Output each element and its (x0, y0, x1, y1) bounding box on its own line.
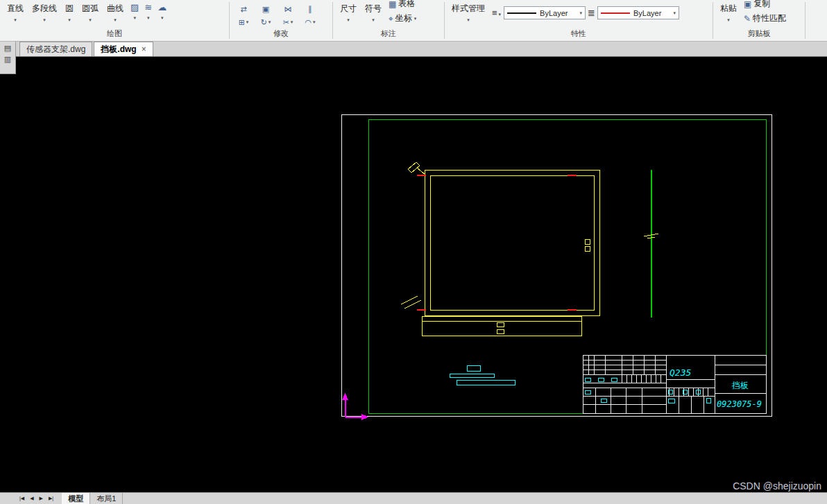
modify-tools: ⇄ ▣ ⋈ ∥ ⊞▾ ↻▾ ✂▾ ◠▾ (230, 0, 332, 28)
statusbar: |◀ ◀ ▶ ▶| 模型 布局1 (0, 492, 827, 504)
doc-tab-label: 挡板.dwg (101, 44, 136, 55)
model-tab[interactable]: 模型 (62, 493, 90, 504)
spline-button-label: 曲线 (107, 3, 123, 15)
chevron-down-icon[interactable]: ▾ (147, 15, 150, 21)
part-number-text[interactable]: 0923075-9 (717, 399, 762, 409)
table-button[interactable]: ▦ 表格 (386, 0, 419, 11)
multiline-icon: ≋ (144, 2, 152, 12)
annotate-tools: 尺寸 ▾ 符号 ▾ ▦ 表格 ⌖ 坐标 ▾ (333, 0, 444, 28)
part-name-text[interactable]: 挡板 (731, 381, 749, 390)
circle-button[interactable]: 圆 ▾ (61, 1, 78, 23)
corner-marks (417, 175, 577, 310)
trim-button[interactable]: ✂▾ (277, 15, 299, 28)
mirror-icon: ⋈ (284, 5, 292, 13)
close-icon[interactable]: × (142, 45, 146, 53)
chevron-down-icon[interactable]: ▾ (161, 15, 164, 21)
layout1-tab[interactable]: 布局1 (90, 493, 123, 504)
style-manager-button-label: 样式管理 (452, 3, 485, 15)
copy-icon: ▣ (262, 5, 269, 13)
multiline-button[interactable]: ≋ ▾ (142, 1, 155, 21)
sheet-last-icon[interactable]: ▶| (46, 496, 56, 501)
fillet-icon: ◠ (305, 18, 312, 26)
line-button[interactable]: 直线 ▾ (3, 1, 28, 23)
copy-clip-button[interactable]: ▣ 复制 (741, 0, 789, 11)
match-properties-button[interactable]: ✎ 特性匹配 (741, 11, 789, 26)
chevron-down-icon[interactable]: ▾ (499, 12, 502, 17)
dimension-button[interactable]: 尺寸 ▾ (336, 1, 361, 23)
rotate-button[interactable]: ↻▾ (255, 15, 277, 28)
clipboard-tools: 粘贴 ▾ ▣ 复制 ✎ 特性匹配 (713, 0, 805, 28)
ribbon-group-label-draw: 绘图 (0, 28, 229, 41)
move-button[interactable]: ⇄ (232, 2, 255, 15)
polyline-button-label: 多段线 (32, 3, 57, 15)
chevron-down-icon[interactable]: ▾ (43, 17, 46, 23)
chevron-down-icon[interactable]: ▾ (580, 10, 583, 16)
doc-tab-baffle[interactable]: 挡板.dwg × (94, 42, 153, 56)
spline-button[interactable]: 曲线 ▾ (103, 1, 128, 23)
chevron-down-icon[interactable]: ▾ (14, 17, 17, 23)
lineweight-button[interactable]: ≣ (586, 1, 597, 18)
front-view[interactable] (401, 162, 600, 316)
polyline-button[interactable]: 多段线 ▾ (28, 1, 61, 23)
chevron-down-icon[interactable]: ▾ (347, 17, 350, 23)
bottom-view[interactable] (423, 317, 582, 336)
revision-cloud-button[interactable]: ☁ ▾ (155, 1, 169, 21)
ribbon-separator (805, 2, 805, 39)
chevron-down-icon[interactable]: ▾ (372, 17, 375, 23)
color-value: ByLayer (633, 9, 673, 17)
symbol-button[interactable]: 符号 ▾ (361, 1, 386, 23)
sheet-prev-icon[interactable]: ◀ (27, 496, 36, 501)
ribbon-group-label-clipboard: 剪贴板 (713, 28, 805, 41)
chevron-down-icon[interactable]: ▾ (467, 17, 470, 23)
mirror-button[interactable]: ⋈ (277, 2, 299, 15)
style-manager-button[interactable]: 样式管理 ▾ (447, 1, 489, 23)
chevron-down-icon[interactable]: ▾ (268, 19, 271, 25)
chevron-down-icon[interactable]: ▾ (313, 19, 316, 25)
chevron-down-icon[interactable]: ▾ (133, 15, 136, 21)
annotation-boxes[interactable] (450, 366, 515, 385)
copy-clip-icon: ▣ (744, 0, 751, 9)
linetype-select[interactable]: ByLayer ▾ (504, 6, 586, 19)
properties-tools: 样式管理 ▾ ≡ ▾ ByLayer ▾ ≣ ByLayer ▾ (445, 0, 713, 28)
chevron-down-icon[interactable]: ▾ (89, 17, 92, 23)
chevron-down-icon[interactable]: ▾ (414, 16, 417, 21)
color-select[interactable]: ByLayer ▾ (597, 6, 679, 19)
layer-list-button[interactable]: ≡ ▾ (489, 1, 504, 18)
doc-tab-label: 传感器支架.dwg (26, 44, 85, 55)
offset-button[interactable]: ∥ (299, 2, 321, 15)
ribbon-group-annotate: 尺寸 ▾ 符号 ▾ ▦ 表格 ⌖ 坐标 ▾ 标注 (333, 0, 444, 41)
ribbon-group-properties: 样式管理 ▾ ≡ ▾ ByLayer ▾ ≣ ByLayer ▾ 特性 (445, 0, 713, 41)
sheet-frame-inner (369, 120, 767, 414)
palette-icon-bottom[interactable]: ▥ (4, 55, 11, 63)
doc-tab-sensor-bracket[interactable]: 传感器支架.dwg (19, 42, 92, 56)
paste-button[interactable]: 粘贴 ▾ (716, 1, 741, 23)
array-button[interactable]: ⊞▾ (232, 15, 255, 28)
trim-icon: ✂ (283, 18, 289, 26)
sheet-tabs: 模型 布局1 (62, 493, 123, 504)
draw-tools: 直线 ▾ 多段线 ▾ 圆 ▾ 圆弧 ▾ 曲线 ▾ ▨ ▾ (0, 0, 229, 28)
chevron-down-icon[interactable]: ▾ (114, 17, 117, 23)
drawing-svg[interactable]: Q235 挡板 0923075-9 (0, 57, 827, 492)
chevron-down-icon[interactable]: ▾ (291, 19, 293, 25)
coordinate-button[interactable]: ⌖ 坐标 ▾ (386, 11, 419, 26)
lineweight-icon: ≣ (588, 8, 595, 18)
palette-icon-top[interactable]: ▤ (4, 44, 11, 52)
copy-button[interactable]: ▣ (255, 2, 277, 15)
sheet-next-icon[interactable]: ▶ (37, 496, 46, 501)
chevron-down-icon[interactable]: ▾ (68, 17, 71, 23)
layer-list-icon: ≡ (492, 8, 497, 18)
coordinate-button-label: 坐标 (395, 12, 412, 24)
chevron-down-icon[interactable]: ▾ (246, 19, 249, 25)
symbol-button-label: 符号 (365, 3, 382, 15)
linetype-swatch-line (507, 12, 536, 14)
arc-button[interactable]: 圆弧 ▾ (78, 1, 103, 23)
fillet-button[interactable]: ◠▾ (299, 15, 321, 28)
circle-button-label: 圆 (65, 3, 74, 15)
material-text[interactable]: Q235 (670, 367, 691, 378)
hatch-button[interactable]: ▨ ▾ (128, 1, 142, 21)
drawing-canvas[interactable]: Q235 挡板 0923075-9 CSDN @shejizuopin (0, 57, 827, 492)
sheet-first-icon[interactable]: |◀ (17, 496, 27, 501)
chevron-down-icon[interactable]: ▾ (727, 17, 730, 23)
chevron-down-icon[interactable]: ▾ (674, 10, 676, 16)
linetype-value: ByLayer (540, 9, 579, 17)
